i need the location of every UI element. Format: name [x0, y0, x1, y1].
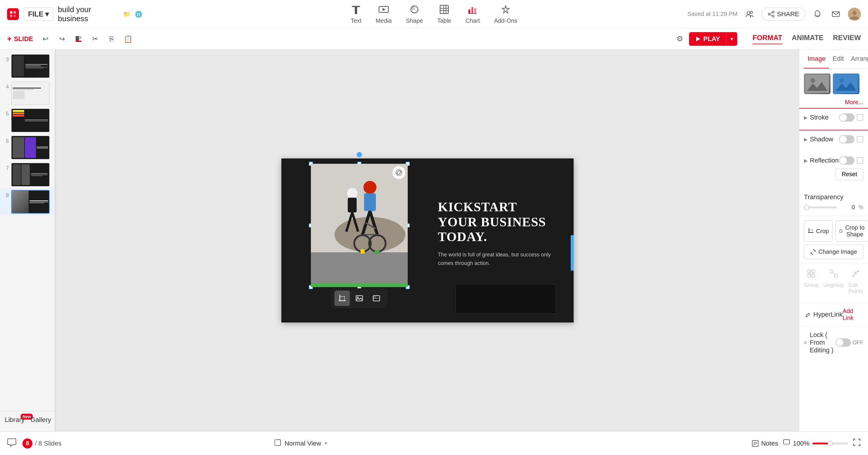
- tab-review[interactable]: REVIEW: [833, 34, 861, 44]
- slide-thumbnail-3[interactable]: 3: [0, 53, 55, 80]
- toolbar-shape[interactable]: Shape: [406, 4, 423, 24]
- undo-button[interactable]: ↩: [39, 32, 52, 45]
- crop-to-shape-button[interactable]: Crop to Shape: [836, 220, 868, 242]
- slide-preview-3[interactable]: [11, 54, 50, 78]
- shadow-toggle[interactable]: [839, 135, 855, 143]
- format-tabs: FORMAT ANIMATE REVIEW: [752, 34, 861, 44]
- chat-icon[interactable]: [7, 437, 17, 449]
- edit-points-button[interactable]: Edit Points: [848, 269, 863, 294]
- stroke-checkbox[interactable]: [857, 114, 863, 121]
- canvas-area[interactable]: KICKSTART YOUR BUSINESS TODAY. The world…: [56, 50, 799, 431]
- add-link-button[interactable]: Add Link: [843, 308, 863, 321]
- svg-rect-99: [783, 440, 789, 444]
- mail-icon[interactable]: [830, 8, 842, 20]
- tab-animate[interactable]: ANIMATE: [792, 34, 824, 44]
- slide-thumbnail-8[interactable]: 8: [0, 188, 55, 216]
- svg-point-67: [839, 78, 844, 83]
- reset-button[interactable]: Reset: [836, 168, 863, 180]
- zoom-thumb[interactable]: [828, 441, 833, 446]
- slide-thumbnail-6[interactable]: 6: [0, 134, 55, 161]
- slide-preview-4[interactable]: [11, 82, 50, 105]
- svg-point-36: [347, 188, 358, 199]
- reflection-chevron[interactable]: ▶: [804, 158, 807, 163]
- fullscreen-button[interactable]: [852, 438, 861, 449]
- transparency-thumb[interactable]: [804, 205, 809, 210]
- table-label: Table: [437, 18, 452, 24]
- crop-button[interactable]: Crop: [804, 220, 833, 242]
- transparency-slider[interactable]: [804, 206, 837, 208]
- media-icon: [378, 4, 389, 16]
- ungroup-label: Ungroup: [824, 282, 844, 288]
- paste-button[interactable]: 📋: [122, 32, 135, 45]
- reflection-toggle[interactable]: [839, 156, 855, 165]
- svg-marker-52: [400, 171, 401, 173]
- lock-toggle-switch[interactable]: [836, 338, 851, 347]
- slide-preview-6[interactable]: [11, 136, 50, 159]
- view-dropdown-icon[interactable]: ▾: [325, 441, 327, 446]
- slide-preview-8[interactable]: [11, 190, 50, 214]
- toolbar-text[interactable]: Text: [351, 4, 362, 24]
- user-avatar[interactable]: [848, 8, 861, 21]
- add-slide-button[interactable]: + SLIDE: [7, 34, 33, 43]
- slide-thumbnail-4[interactable]: 4: [0, 80, 55, 107]
- notifications-icon[interactable]: [811, 8, 824, 20]
- reflection-checkbox[interactable]: [857, 157, 863, 164]
- lock-toggle[interactable]: OFF: [836, 338, 863, 347]
- gallery-button[interactable]: Gallery: [30, 416, 51, 424]
- zoom-slider[interactable]: [812, 443, 848, 444]
- selected-image[interactable]: [311, 164, 408, 287]
- edit-tools: ↩ ↪ ✂ ⎘ 📋: [39, 32, 676, 45]
- shadow-checkbox[interactable]: [857, 136, 863, 142]
- tab-format[interactable]: FORMAT: [752, 34, 782, 44]
- paint-format-button[interactable]: [72, 32, 85, 45]
- play-button-group[interactable]: PLAY ▾: [689, 32, 737, 46]
- ungroup-button[interactable]: Ungroup: [824, 269, 844, 294]
- right-panel: Image Edit Arrange More...: [799, 50, 868, 431]
- tab-arrange[interactable]: Arrange: [847, 50, 868, 68]
- slide-preview-7[interactable]: [11, 163, 50, 187]
- slide-preview-5[interactable]: [11, 108, 50, 132]
- filter-image-button[interactable]: [369, 291, 384, 306]
- app-logo: [7, 8, 19, 20]
- chart-icon: [467, 4, 478, 16]
- scissors-button[interactable]: ✂: [89, 32, 101, 45]
- stroke-chevron[interactable]: ▶: [804, 115, 807, 120]
- group-button[interactable]: Group: [804, 269, 819, 294]
- normal-view-button[interactable]: Normal View: [285, 440, 321, 447]
- tab-image[interactable]: Image: [804, 50, 829, 68]
- share-button[interactable]: SHARE: [762, 8, 805, 21]
- library-button[interactable]: Library New: [5, 416, 25, 424]
- slide-canvas[interactable]: KICKSTART YOUR BUSINESS TODAY. The world…: [281, 158, 574, 323]
- shadow-chevron[interactable]: ▶: [804, 137, 807, 142]
- shadow-label: ▶ Shadow: [804, 135, 833, 143]
- globe-icon[interactable]: 🌐: [134, 10, 143, 19]
- tab-edit[interactable]: Edit: [829, 50, 847, 68]
- notes-button[interactable]: Notes: [752, 440, 778, 447]
- folder-icon[interactable]: 📁: [122, 10, 131, 19]
- copy-button[interactable]: ⎘: [105, 32, 118, 45]
- toolbar-chart[interactable]: Chart: [465, 4, 480, 24]
- redo-button[interactable]: ↪: [56, 32, 68, 45]
- replace-image-button[interactable]: [352, 291, 367, 306]
- handle-rotate[interactable]: [356, 152, 362, 157]
- image-replace-icon[interactable]: [392, 166, 405, 179]
- slide-thumbnail-7[interactable]: 7: [0, 161, 55, 188]
- users-icon[interactable]: [743, 8, 756, 20]
- toolbar-addons[interactable]: Add-Ons: [494, 4, 517, 24]
- image-suggestion-2[interactable]: [833, 73, 860, 94]
- toolbar-media[interactable]: Media: [376, 4, 392, 24]
- image-suggestion-1[interactable]: [804, 73, 831, 94]
- slide-text-area[interactable]: KICKSTART YOUR BUSINESS TODAY. The world…: [438, 200, 556, 267]
- play-main-button[interactable]: PLAY: [689, 32, 726, 46]
- change-image-button[interactable]: Change Image: [804, 245, 863, 259]
- slide-thumbnail-5[interactable]: 5: [0, 107, 55, 134]
- more-images-link[interactable]: More...: [799, 99, 868, 108]
- settings-icon[interactable]: ⚙: [676, 34, 683, 43]
- document-title[interactable]: build your business: [58, 5, 118, 23]
- stroke-toggle[interactable]: [839, 113, 855, 122]
- play-dropdown-button[interactable]: ▾: [726, 33, 737, 45]
- toolbar-table[interactable]: Table: [437, 4, 452, 24]
- file-menu-button[interactable]: FILE ▾: [24, 7, 53, 21]
- saved-text: Saved at 11:29 PM: [687, 11, 738, 18]
- crop-tool-button[interactable]: [335, 291, 350, 306]
